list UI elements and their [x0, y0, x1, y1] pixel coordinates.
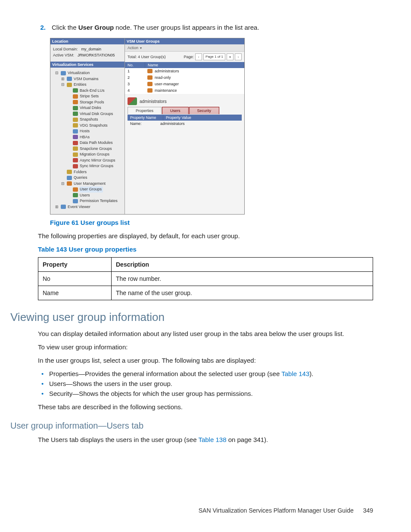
tree-node[interactable]: Queries: [53, 175, 123, 181]
prop-value: administrators: [160, 121, 239, 126]
tree-label: Snapclone Groups: [80, 146, 112, 152]
tree-node[interactable]: VDG Snapshots: [53, 123, 123, 129]
tree-icon: [73, 158, 78, 162]
grid-row[interactable]: 2read-only: [125, 75, 244, 81]
tree-label: Sync Mirror Groups: [80, 163, 113, 169]
propgrid-col-value: Property Value: [163, 115, 242, 121]
tree-node[interactable]: Snapclone Groups: [53, 146, 123, 152]
tree-node[interactable]: Virtual Disks: [53, 105, 123, 111]
tree-label: Queries: [74, 175, 87, 181]
active-vsm-label: Active VSM:: [53, 53, 74, 57]
b1-pre: Properties—Provides the general informat…: [49, 370, 281, 377]
tree-node[interactable]: Permission Templates: [53, 198, 123, 204]
tree-label: Virtual Disk Groups: [80, 111, 113, 117]
tree-node[interactable]: ⊟Entities: [53, 82, 123, 88]
tree-icon: [73, 141, 78, 145]
users-icon: [147, 75, 153, 80]
propgrid-header: Property Name Property Value: [128, 115, 242, 121]
action-menu[interactable]: Action ▾: [125, 44, 244, 52]
grid-row[interactable]: 3user-manager: [125, 81, 244, 87]
page-next-button[interactable]: ›: [235, 53, 242, 60]
grid-col-no[interactable]: No.: [125, 62, 145, 68]
tree-node[interactable]: Storage Pools: [53, 100, 123, 106]
tab-security[interactable]: Security: [189, 107, 220, 114]
page-field[interactable]: Page 1 of 1: [203, 53, 225, 60]
tree-icon: [73, 135, 78, 139]
local-domain-label: Local Domain:: [53, 47, 78, 51]
tree-icon: [73, 88, 78, 93]
footer-title: SAN Virtualization Services Platform Man…: [199, 507, 354, 514]
tree-node[interactable]: Stripe Sets: [53, 93, 123, 100]
table-row: Name The name of the user group.: [38, 286, 373, 300]
tree-node[interactable]: Async Mirror Groups: [53, 158, 123, 164]
detail-pane: administrators Properties Users Security…: [125, 94, 244, 199]
tree-icon: [73, 123, 78, 128]
users-icon: [147, 88, 153, 93]
tree-label: User Management: [74, 181, 106, 187]
twist-icon: ⊟: [55, 70, 59, 76]
app-screenshot: Location Local Domain: my_domain Active …: [50, 38, 245, 215]
propgrid-col-name: Property Name: [128, 115, 163, 121]
tree-label: User Groups: [80, 187, 103, 193]
tree-view[interactable]: ⊟Virtualization⊞VSM Domains⊟EntitiesBack…: [50, 68, 125, 214]
tree-node[interactable]: Migration Groups: [53, 152, 123, 158]
tab-users[interactable]: Users: [162, 107, 189, 114]
tab-set: Properties Users Security: [128, 107, 242, 114]
tree-icon: [73, 106, 78, 110]
tree-icon: [73, 112, 78, 116]
tree-icon: [73, 146, 78, 151]
figure-caption: Figure 61 User groups list: [50, 219, 373, 226]
tree-node[interactable]: ⊞Event Viewer: [53, 204, 123, 210]
tree-node[interactable]: Back-End LUs: [53, 88, 123, 94]
twist-icon: ⊞: [61, 76, 65, 82]
tree-node[interactable]: Data Path Modules: [53, 140, 123, 146]
tree-icon: [73, 164, 78, 168]
tab-properties[interactable]: Properties: [128, 107, 162, 114]
local-domain-value: my_domain: [81, 47, 102, 51]
bullet-security: Security—Shows the objects for which the…: [38, 390, 373, 397]
tree-label: HBAs: [80, 134, 90, 140]
tree-icon: [73, 187, 78, 192]
tree-node[interactable]: HBAs: [53, 134, 123, 140]
chevron-down-icon: ▾: [140, 46, 142, 50]
tree-node[interactable]: Hosts: [53, 128, 123, 134]
tree-node[interactable]: User Groups: [53, 187, 123, 193]
p3: In the user groups list, select a user g…: [38, 357, 373, 364]
tree-label: Virtual Disks: [80, 105, 101, 111]
tree-node[interactable]: ⊟User Management: [53, 181, 123, 187]
cell-desc: The row number.: [112, 272, 373, 286]
grid-row[interactable]: 1administrators: [125, 68, 244, 75]
table-row: No The row number.: [38, 272, 373, 286]
footer-page: 349: [363, 507, 373, 514]
tree-label: Permission Templates: [80, 198, 118, 204]
right-header: VSM User Groups: [125, 38, 244, 44]
tree-label: Migration Groups: [80, 152, 109, 158]
after-figure-para: The following properties are displayed, …: [38, 232, 373, 240]
tree-node[interactable]: ⊟Virtualization: [53, 70, 123, 76]
tree-node[interactable]: Folders: [53, 169, 123, 175]
tree-node[interactable]: Sync Mirror Groups: [53, 163, 123, 169]
link-table143[interactable]: Table 143: [281, 370, 309, 377]
page-dropdown-button[interactable]: ▾: [227, 53, 234, 60]
tree-node[interactable]: Snapshots: [53, 117, 123, 123]
twist-icon: ⊟: [61, 181, 65, 187]
pager: Page: ‹ Page 1 of 1 ▾ ›: [184, 53, 242, 60]
grid-col-name[interactable]: Name: [145, 62, 244, 68]
page-prev-button[interactable]: ‹: [195, 53, 202, 60]
p5-pre: The Users tab displays the users in the …: [38, 436, 198, 443]
tree-label: Virtualization: [68, 70, 90, 76]
tree-icon: [73, 118, 78, 122]
th-property: Property: [38, 258, 112, 272]
tree-label: Async Mirror Groups: [80, 158, 115, 164]
tree-node[interactable]: Users: [53, 193, 123, 199]
th-description: Description: [112, 258, 373, 272]
grid-row[interactable]: 4maintenance: [125, 87, 244, 94]
tree-label: Data Path Modules: [80, 140, 113, 146]
tree-node[interactable]: Virtual Disk Groups: [53, 111, 123, 117]
step-number: 2.: [38, 24, 46, 31]
link-table138[interactable]: Table 138: [198, 436, 226, 443]
tree-node[interactable]: ⊞VSM Domains: [53, 76, 123, 82]
selected-group-name: administrators: [140, 99, 167, 104]
p5-mid: on page 341).: [226, 436, 268, 443]
users-icon: [147, 69, 153, 73]
